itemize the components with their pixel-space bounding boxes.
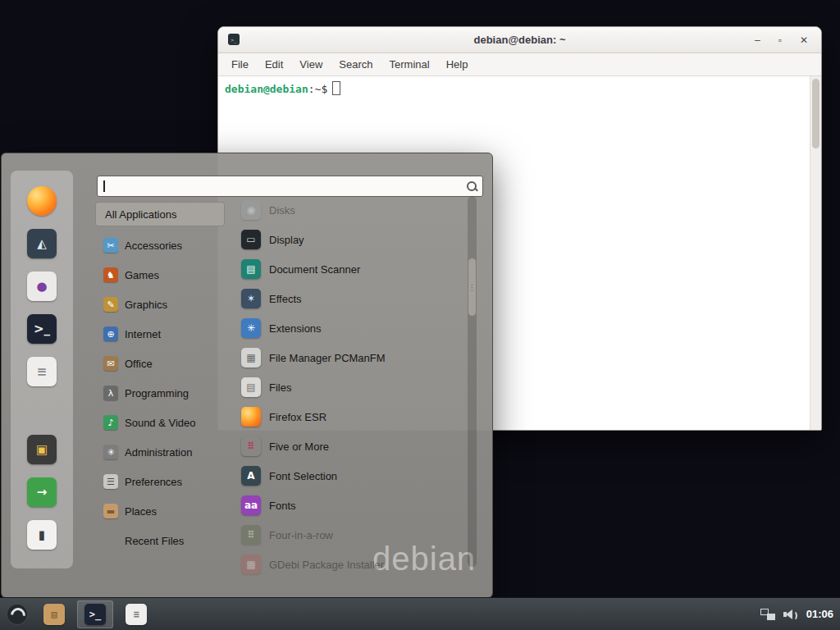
file-manager-icon: ▤: [43, 604, 65, 625]
app-fonts[interactable]: aa Fonts: [233, 491, 469, 520]
terminal-cursor: [332, 81, 340, 95]
menubar-item[interactable]: View: [291, 55, 331, 74]
terminal-window-icon: >_: [228, 34, 240, 45]
display-settings-icon[interactable]: ▣: [27, 435, 57, 464]
category-accessories[interactable]: ✂ Accessories: [95, 231, 225, 260]
category-label: Administration: [125, 446, 192, 459]
effects-icon: ✶: [241, 289, 261, 308]
category-label: Internet: [125, 328, 161, 340]
graphics-icon: ✎: [103, 297, 118, 312]
menu-logo-icon: [7, 604, 28, 625]
terminal-scrollbar[interactable]: [810, 76, 821, 431]
clock[interactable]: 01:06: [806, 608, 833, 620]
category-label: All Applications: [105, 208, 176, 221]
category-label: Games: [125, 269, 159, 281]
category-label: Recent Files: [125, 535, 184, 547]
volume-icon[interactable]: [783, 609, 798, 620]
file-manager-task[interactable]: ▤: [36, 600, 72, 628]
menubar-item[interactable]: Help: [438, 55, 477, 74]
extensions-icon: ✳: [241, 318, 261, 338]
application-label: Firefox ESR: [269, 411, 326, 423]
lock-screen-icon[interactable]: ▮: [27, 520, 57, 550]
app-file-manager-pcmanfm[interactable]: ▦ File Manager PCManFM: [233, 343, 469, 372]
menubar-item[interactable]: Terminal: [381, 55, 438, 74]
minimize-button[interactable]: –: [755, 35, 760, 45]
application-label: Files: [269, 381, 291, 394]
app-list-scrollbar[interactable]: ⋮: [468, 196, 477, 567]
system-tray: 01:06: [760, 608, 840, 620]
category-sound-video[interactable]: ♪ Sound & Video: [95, 408, 225, 437]
prompt-path: :~$: [308, 83, 327, 95]
application-label: GDebi Package Installer: [269, 559, 384, 571]
category-places[interactable]: ▬ Places: [95, 496, 225, 526]
terminal-scrollbar-thumb[interactable]: [812, 79, 819, 148]
category-recent-files[interactable]: Recent Files: [95, 526, 225, 555]
office-icon: ✉: [103, 356, 118, 371]
app-disks[interactable]: ◉ Disks: [233, 195, 469, 225]
category-games[interactable]: ♞ Games: [95, 260, 225, 290]
category-all-applications[interactable]: All Applications: [95, 202, 225, 226]
application-label: Four-in-a-row: [269, 529, 333, 541]
accessories-icon: ✂: [103, 238, 118, 253]
category-preferences[interactable]: ☰ Preferences: [95, 467, 225, 496]
task-buttons: ▤ >_ ≡: [36, 600, 154, 628]
scrollbar-thumb[interactable]: ⋮: [468, 258, 476, 316]
application-label: Disks: [269, 204, 295, 217]
application-label: Extensions: [269, 322, 322, 335]
category-office[interactable]: ✉ Office: [95, 349, 225, 378]
image-viewer-icon[interactable]: ◭: [27, 229, 57, 258]
app-document-scanner[interactable]: ▤ Document Scanner: [233, 254, 469, 284]
search-box[interactable]: [97, 176, 483, 197]
menubar-item[interactable]: Edit: [257, 55, 291, 74]
document-scanner-icon: ▤: [241, 259, 261, 279]
favorites-bottom: ▣ → ▮: [11, 435, 73, 550]
five-or-more-icon: ⠿: [241, 436, 261, 456]
text-editor-icon[interactable]: ≡: [27, 357, 57, 386]
category-list: All Applications ✂ Accessories ♞ Games ✎…: [95, 201, 225, 555]
category-graphics[interactable]: ✎ Graphics: [95, 290, 225, 319]
network-icon[interactable]: [760, 609, 775, 620]
search-input[interactable]: [106, 178, 462, 194]
app-effects[interactable]: ✶ Effects: [233, 284, 469, 313]
fonts-icon: aa: [241, 495, 261, 515]
app-four-in-a-row[interactable]: ⠿ Four-in-a-row: [233, 520, 469, 550]
text-editor-icon: ≡: [126, 604, 147, 625]
programming-icon: λ: [103, 386, 118, 400]
chat-app-icon[interactable]: ●: [27, 272, 57, 301]
desktop: >_ debian@debian: ~ – ▫ ✕ File Edit View…: [0, 0, 840, 630]
category-label: Programming: [125, 387, 189, 399]
application-menu: debian ◭ ● >_ ≡ ▣ → ▮: [1, 153, 493, 598]
search-icon: [466, 180, 477, 192]
category-programming[interactable]: λ Programming: [95, 378, 225, 408]
application-label: Display: [269, 234, 304, 246]
terminal-task[interactable]: >_: [77, 600, 113, 628]
titlebar[interactable]: >_ debian@debian: ~ – ▫ ✕: [218, 27, 821, 53]
maximize-button[interactable]: ▫: [778, 35, 782, 45]
app-files[interactable]: ▤ Files: [233, 372, 469, 402]
four-in-a-row-icon: ⠿: [241, 525, 261, 545]
menubar-item[interactable]: Search: [331, 55, 381, 74]
app-font-selection[interactable]: A Font Selection: [233, 461, 469, 491]
preferences-icon: ☰: [103, 474, 118, 489]
terminal-icon[interactable]: >_: [27, 314, 57, 344]
category-internet[interactable]: ⊕ Internet: [95, 319, 225, 349]
app-extensions[interactable]: ✳ Extensions: [233, 313, 469, 343]
menu-button[interactable]: [0, 598, 34, 630]
close-button[interactable]: ✕: [800, 35, 808, 45]
prompt-user-host: debian@debian: [225, 83, 308, 95]
places-icon: ▬: [103, 504, 118, 518]
app-display[interactable]: ▭ Display: [233, 225, 469, 254]
category-label: Preferences: [125, 476, 182, 488]
category-label: Office: [125, 358, 153, 370]
app-five-or-more[interactable]: ⠿ Five or More: [233, 431, 469, 461]
window-title: debian@debian: ~: [474, 34, 566, 46]
games-icon: ♞: [103, 267, 118, 282]
logout-icon[interactable]: →: [27, 477, 57, 507]
text-editor-task[interactable]: ≡: [118, 600, 154, 628]
menubar-item[interactable]: File: [223, 55, 257, 74]
app-gdebi[interactable]: ▦ GDebi Package Installer: [233, 550, 469, 579]
firefox-icon[interactable]: [27, 186, 57, 216]
category-label: Sound & Video: [125, 417, 196, 429]
app-firefox-esr[interactable]: Firefox ESR: [233, 402, 469, 431]
category-administration[interactable]: ✳ Administration: [95, 437, 225, 467]
